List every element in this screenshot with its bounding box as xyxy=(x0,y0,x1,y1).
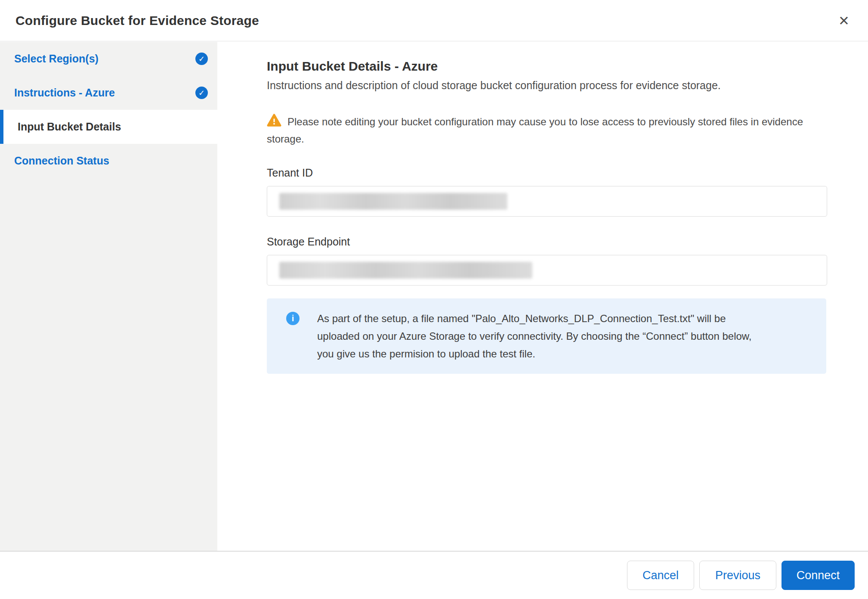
step-label: Connection Status xyxy=(14,155,109,167)
info-note-text: As part of the setup, a file named "Palo… xyxy=(317,310,752,363)
tenant-id-input[interactable] xyxy=(267,186,827,217)
step-label: Select Region(s) xyxy=(14,53,99,65)
sidebar-item-instructions-azure[interactable]: Instructions - Azure ✓ xyxy=(0,76,217,110)
storage-endpoint-input[interactable] xyxy=(267,255,827,286)
step-label: Input Bucket Details xyxy=(14,121,121,133)
tenant-id-label: Tenant ID xyxy=(267,167,826,179)
storage-endpoint-label: Storage Endpoint xyxy=(267,236,826,248)
previous-button[interactable]: Previous xyxy=(699,561,776,590)
step-completed-check-icon: ✓ xyxy=(195,53,208,65)
redacted-storage-endpoint-value xyxy=(279,262,532,279)
modal-header: Configure Bucket for Evidence Storage ✕ xyxy=(0,0,868,41)
sidebar-item-select-regions[interactable]: Select Region(s) ✓ xyxy=(0,42,217,76)
wizard-steps-sidebar: Select Region(s) ✓ Instructions - Azure … xyxy=(0,42,217,551)
close-icon[interactable]: ✕ xyxy=(833,9,855,32)
sidebar-item-connection-status[interactable]: Connection Status xyxy=(0,144,217,178)
modal-title: Configure Bucket for Evidence Storage xyxy=(15,13,259,28)
info-note-line: As part of the setup, a file named "Palo… xyxy=(317,310,752,327)
page-subtitle: Instructions and description of cloud st… xyxy=(267,79,826,92)
redacted-tenant-id-value xyxy=(279,193,507,210)
warning-triangle-icon xyxy=(267,114,281,127)
info-note: i As part of the setup, a file named "Pa… xyxy=(267,298,826,374)
sidebar-item-input-bucket-details[interactable]: Input Bucket Details xyxy=(0,110,217,144)
warning-text: Please note editing your bucket configur… xyxy=(267,116,803,145)
main-content: Input Bucket Details - Azure Instruction… xyxy=(217,42,868,551)
info-note-line: uploaded on your Azure Storage to verify… xyxy=(317,327,752,345)
connect-button[interactable]: Connect xyxy=(782,561,855,590)
info-note-line: you give us the permision to upload the … xyxy=(317,345,752,363)
cancel-button[interactable]: Cancel xyxy=(627,561,694,590)
modal-footer: Cancel Previous Connect xyxy=(0,551,868,599)
step-completed-check-icon: ✓ xyxy=(195,87,208,99)
page-title: Input Bucket Details - Azure xyxy=(267,59,826,74)
warning-message: Please note editing your bucket configur… xyxy=(267,113,826,148)
step-label: Instructions - Azure xyxy=(14,87,115,99)
info-icon: i xyxy=(286,312,300,325)
